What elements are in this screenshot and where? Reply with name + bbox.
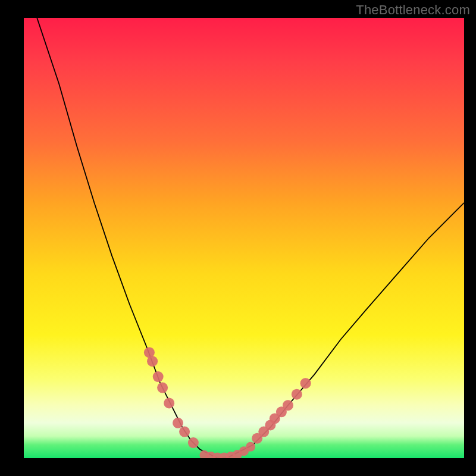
chart-frame: TheBottleneck.com xyxy=(0,0,476,476)
bead xyxy=(283,400,293,411)
bead xyxy=(153,371,164,382)
data-beads xyxy=(144,347,311,458)
watermark-text: TheBottleneck.com xyxy=(356,2,470,18)
bead xyxy=(164,398,174,409)
bead xyxy=(179,427,190,437)
bead xyxy=(157,383,168,393)
bead xyxy=(173,418,183,428)
bottleneck-curve xyxy=(37,18,464,458)
plot-area xyxy=(24,18,464,458)
bead xyxy=(147,356,158,367)
bead xyxy=(188,437,199,448)
chart-overlay xyxy=(24,18,464,458)
bead xyxy=(246,442,255,452)
bead xyxy=(300,378,311,389)
bead xyxy=(292,389,302,400)
